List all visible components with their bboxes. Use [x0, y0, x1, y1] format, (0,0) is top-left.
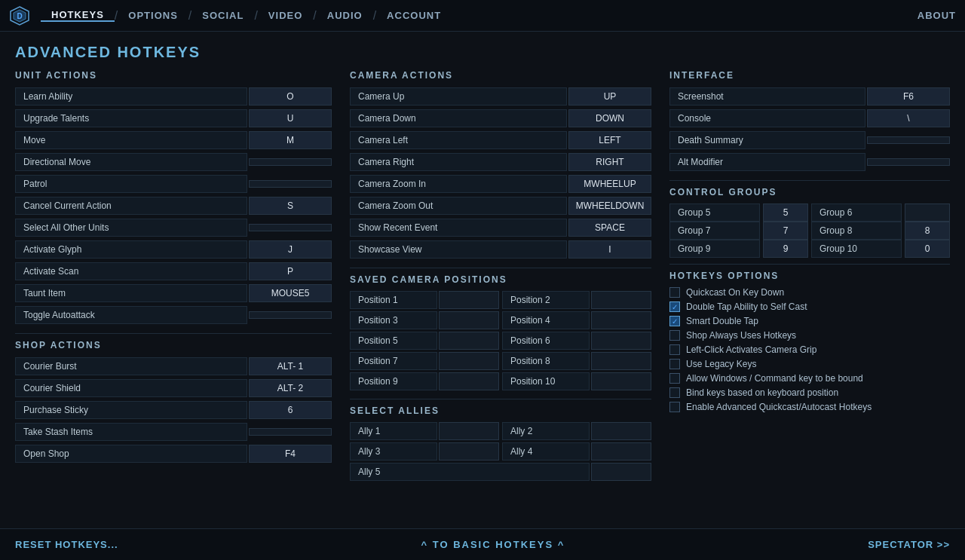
hotkey-label: Camera Down	[350, 109, 567, 127]
cg-key[interactable]: 9	[763, 240, 808, 258]
spectator-button[interactable]: SPECTATOR >>	[868, 539, 950, 550]
hotkey-label: Courier Burst	[15, 357, 247, 375]
hotkey-key[interactable]	[439, 311, 499, 329]
nav-video[interactable]: VIDEO	[258, 10, 313, 21]
hotkey-key[interactable]: 6	[249, 401, 332, 419]
checkbox[interactable]	[669, 316, 680, 326]
table-row: Camera Zoom OutMWHEELDOWN	[350, 196, 651, 216]
checkbox[interactable]	[669, 402, 680, 412]
checkbox[interactable]	[669, 330, 680, 341]
hotkey-key[interactable]	[249, 311, 332, 319]
checkbox[interactable]	[669, 287, 680, 298]
unit-actions-rows: Learn AbilityOUpgrade TalentsUMoveMDirec…	[15, 87, 332, 327]
table-row: Death Summary	[669, 130, 950, 150]
hotkey-key[interactable]: P	[249, 262, 332, 280]
checkbox-row: Quickcast On Key Down	[669, 287, 950, 298]
table-row: Camera UpUP	[350, 87, 651, 106]
ally-pair: Ally 5	[350, 463, 651, 481]
checkbox[interactable]	[669, 359, 680, 369]
hotkey-label: Position 6	[502, 332, 590, 350]
cg-key[interactable]: 7	[763, 222, 808, 240]
hotkey-key[interactable]: S	[249, 197, 332, 215]
hotkey-key[interactable]: UP	[568, 87, 651, 106]
hotkey-label: Showcase View	[350, 240, 567, 259]
hotkey-label: Position 10	[502, 372, 590, 390]
cg-key[interactable]: 8	[905, 222, 950, 240]
list-item: Ally 4	[502, 442, 651, 461]
checkbox[interactable]	[669, 373, 680, 384]
hotkey-key[interactable]	[867, 158, 950, 166]
hotkey-key[interactable]: MWHEELDOWN	[568, 197, 651, 215]
nav-options[interactable]: OPTIONS	[118, 10, 188, 21]
checkbox-label: Left-Click Activates Camera Grip	[686, 344, 816, 355]
logo-icon: D	[9, 5, 30, 26]
hotkey-key[interactable]: RIGHT	[568, 153, 651, 171]
hotkey-label: Directional Move	[15, 153, 247, 171]
checkbox[interactable]	[669, 301, 680, 312]
cg-key[interactable]: 0	[905, 240, 950, 258]
hotkey-key[interactable]	[439, 442, 499, 461]
hotkey-key[interactable]: DOWN	[568, 109, 651, 127]
hotkey-key[interactable]	[249, 428, 332, 436]
nav-audio[interactable]: AUDIO	[317, 10, 373, 21]
hotkey-key[interactable]: M	[249, 131, 332, 149]
hotkey-key[interactable]	[439, 332, 499, 350]
ally-pair: Ally 1Ally 2	[350, 422, 651, 440]
checkbox-label: Quickcast On Key Down	[686, 287, 784, 298]
hotkey-key[interactable]: F6	[867, 87, 950, 106]
hotkey-key[interactable]: U	[249, 109, 332, 127]
hotkey-key[interactable]	[249, 180, 332, 188]
hotkey-key[interactable]	[249, 158, 332, 166]
hotkey-key[interactable]: LEFT	[568, 131, 651, 149]
hotkey-key[interactable]	[439, 352, 499, 370]
nav-about[interactable]: ABOUT	[918, 10, 956, 21]
hotkey-key[interactable]	[867, 136, 950, 144]
table-row: Camera RightRIGHT	[350, 152, 651, 172]
hotkey-key[interactable]	[591, 442, 651, 461]
hotkey-key[interactable]: MOUSE5	[249, 284, 332, 302]
hotkey-key[interactable]: O	[249, 87, 332, 106]
hotkey-key[interactable]: F4	[249, 445, 332, 463]
divider-shop	[15, 333, 332, 334]
hotkey-label: Ally 2	[502, 422, 590, 440]
cg-key[interactable]: 5	[763, 203, 808, 222]
nav-social[interactable]: SOCIAL	[191, 10, 254, 21]
checkbox-row: Shop Always Uses Hotkeys	[669, 330, 950, 341]
hotkey-key[interactable]	[591, 311, 651, 329]
hotkey-key[interactable]: J	[249, 240, 332, 259]
hotkey-key[interactable]	[439, 372, 499, 390]
nav-hotkeys[interactable]: HOTKEYS	[41, 9, 115, 22]
hotkey-key[interactable]	[249, 224, 332, 231]
nav-account[interactable]: ACCOUNT	[376, 10, 452, 21]
checkbox-label: Shop Always Uses Hotkeys	[686, 330, 796, 341]
checkbox[interactable]	[669, 344, 680, 355]
table-row: Upgrade TalentsU	[15, 109, 332, 128]
hotkey-key[interactable]	[439, 291, 499, 309]
list-item: Position 2	[502, 291, 651, 309]
table-row: ScreenshotF6	[669, 87, 950, 106]
basic-hotkeys-button[interactable]: ^ TO BASIC HOTKEYS ^	[118, 539, 868, 550]
shop-actions-title: SHOP ACTIONS	[15, 340, 332, 352]
hotkey-key[interactable]: SPACE	[568, 219, 651, 237]
hotkey-key[interactable]	[591, 291, 651, 309]
hotkey-key[interactable]	[591, 372, 651, 390]
hotkey-key[interactable]: ALT- 2	[249, 379, 332, 397]
checkbox[interactable]	[669, 387, 680, 398]
table-row: Activate GlyphJ	[15, 240, 332, 259]
control-group-row: Group 77Group 88	[669, 222, 950, 240]
table-row: Cancel Current ActionS	[15, 196, 332, 216]
col-left: UNIT ACTIONS Learn AbilityOUpgrade Talen…	[15, 70, 332, 516]
hotkey-key[interactable]: ALT- 1	[249, 357, 332, 375]
hotkey-label: Move	[15, 131, 247, 149]
hotkey-key[interactable]: MWHEELUP	[568, 175, 651, 193]
hotkey-key[interactable]	[591, 332, 651, 350]
hotkey-key[interactable]	[591, 422, 651, 440]
cg-key[interactable]	[905, 203, 950, 222]
hotkey-label: Position 3	[350, 311, 437, 329]
hotkey-key[interactable]: \	[867, 109, 950, 127]
hotkey-key[interactable]	[591, 463, 651, 481]
hotkey-key[interactable]: I	[568, 240, 651, 259]
hotkey-key[interactable]	[591, 352, 651, 370]
hotkey-key[interactable]	[439, 422, 499, 440]
reset-hotkeys-button[interactable]: RESET HOTKEYS...	[15, 539, 118, 550]
